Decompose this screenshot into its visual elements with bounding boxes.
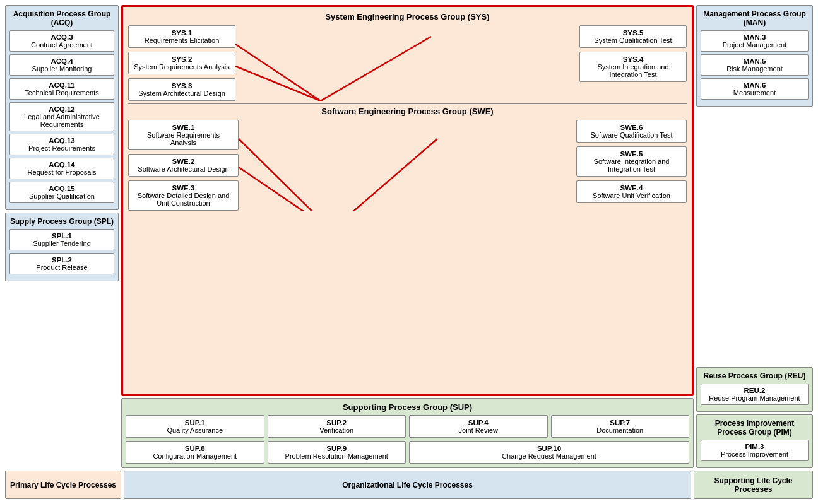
center-column: System Engineering Process Group (SYS) S… [121,5,694,468]
sup9[interactable]: SUP.9 Problem Resolution Management [268,441,406,464]
reu2[interactable]: REU.2 Reuse Program Management [701,384,809,405]
acq13[interactable]: ACQ.13 Project Requirements [9,134,114,155]
sup-grid: SUP.1 Quality Assurance SUP.2 Verificati… [126,415,689,464]
sup10[interactable]: SUP.10 Change Request Management [409,441,689,464]
right-column: Management Process Group (MAN) MAN.3 Pro… [696,5,813,468]
pim-group: Process Improvement Process Group (PIM) … [696,414,813,468]
swe4[interactable]: SWE.4 Software Unit Verification [576,180,687,203]
swe-title: Software Engineering Process Group (SWE) [128,107,687,116]
footer-organizational: Organizational Life Cycle Processes [124,471,691,499]
swe1[interactable]: SWE.1 Software Requirements Analysis [128,120,239,150]
sup2[interactable]: SUP.2 Verification [268,415,406,438]
sup-group: Supporting Process Group (SUP) SUP.1 Qua… [121,398,694,468]
swe5[interactable]: SWE.5 Software Integration and Integrati… [576,146,687,177]
sup4[interactable]: SUP.4 Joint Review [409,415,548,438]
sys4[interactable]: SYS.4 System Integration and Integration… [579,52,687,82]
right-spacer [696,109,813,365]
sup7[interactable]: SUP.7 Documentation [551,415,690,438]
left-column: Acquisition Process Group (ACQ) ACQ.3 Co… [5,5,119,468]
sys1[interactable]: SYS.1 Requirements Elicitation [128,25,235,48]
acq3[interactable]: ACQ.3 Contract Agreement [9,30,114,52]
main-container: Acquisition Process Group (ACQ) ACQ.3 Co… [5,5,813,468]
acq4[interactable]: ACQ.4 Supplier Monitoring [9,54,114,76]
sup8[interactable]: SUP.8 Configuration Management [126,441,264,464]
acq12[interactable]: ACQ.12 Legal and Administrative Requirem… [9,102,114,131]
sys-swe-container: System Engineering Process Group (SYS) S… [121,5,694,396]
man3[interactable]: MAN.3 Project Management [701,30,809,52]
sys5[interactable]: SYS.5 System Qualification Test [579,25,687,48]
sys-swe-divider [128,103,687,104]
reu-group: Reuse Process Group (REU) REU.2 Reuse Pr… [696,367,813,412]
spl-group: Supply Process Group (SPL) SPL.1 Supplie… [5,213,119,281]
acq-title: Acquisition Process Group (ACQ) [9,9,114,27]
spl-title: Supply Process Group (SPL) [9,217,114,226]
man5[interactable]: MAN.5 Risk Management [701,54,809,76]
man-title: Management Process Group (MAN) [701,9,809,27]
swe2[interactable]: SWE.2 Software Architectural Design [128,154,239,177]
sys-title: System Engineering Process Group (SYS) [128,12,687,21]
spl1[interactable]: SPL.1 Supplier Tendering [9,229,114,250]
pim3[interactable]: PIM.3 Process Improvement [701,440,809,461]
pim-title: Process Improvement Process Group (PIM) [701,419,809,437]
man6[interactable]: MAN.6 Measurement [701,78,809,100]
swe6[interactable]: SWE.6 Software Qualification Test [576,120,687,143]
footer-primary: Primary Life Cycle Processes [5,471,121,499]
swe3[interactable]: SWE.3 Software Detailed Design and Unit … [128,180,239,211]
acq-group: Acquisition Process Group (ACQ) ACQ.3 Co… [5,5,119,210]
spl2[interactable]: SPL.2 Product Release [9,253,114,274]
sup-title: Supporting Process Group (SUP) [126,402,689,412]
reu-title: Reuse Process Group (REU) [701,372,809,380]
man-group: Management Process Group (MAN) MAN.3 Pro… [696,5,813,107]
sup1[interactable]: SUP.1 Quality Assurance [126,415,264,438]
footer-supporting: Supporting Life Cycle Processes [694,471,813,499]
footer: Primary Life Cycle Processes Organizatio… [5,471,813,499]
acq15[interactable]: ACQ.15 Supplier Qualification [9,182,114,203]
sys3[interactable]: SYS.3 System Architectural Design [128,78,235,101]
sys2[interactable]: SYS.2 System Requirements Analysis [128,52,235,74]
acq11[interactable]: ACQ.11 Technical Requirements [9,78,114,100]
acq14[interactable]: ACQ.14 Request for Proposals [9,158,114,179]
